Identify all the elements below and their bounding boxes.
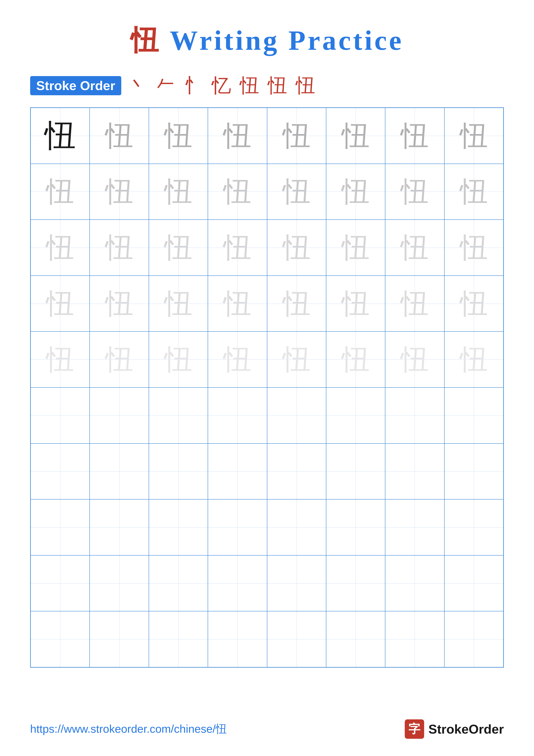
grid-cell[interactable]: 忸 [149, 164, 208, 220]
footer-url[interactable]: https://www.strokeorder.com/chinese/忸 [30, 721, 227, 737]
grid-cell[interactable]: 忸 [445, 332, 503, 388]
practice-cell[interactable] [326, 388, 385, 444]
grid-cell[interactable]: 忸 [89, 164, 149, 220]
title-char: 忸 [131, 25, 161, 56]
practice-cell[interactable] [385, 611, 444, 667]
grid-cell[interactable]: 忸 [326, 332, 385, 388]
practice-cell[interactable] [445, 444, 503, 500]
grid-cell[interactable]: 忸 [326, 108, 385, 164]
practice-cell[interactable] [208, 444, 267, 500]
reference-char: 忸 [45, 120, 76, 151]
grid-cell[interactable]: 忸 [385, 108, 444, 164]
practice-cell[interactable] [385, 499, 444, 555]
grid-cell[interactable]: 忸 [208, 332, 267, 388]
grid-cell[interactable]: 忸 [385, 332, 444, 388]
footer: https://www.strokeorder.com/chinese/忸 字 … [0, 719, 534, 739]
practice-cell[interactable] [149, 388, 208, 444]
stroke-1: 丶 [128, 72, 151, 99]
grid-cell[interactable]: 忸 [445, 220, 503, 276]
grid-cell[interactable]: 忸 [326, 164, 385, 220]
practice-cell[interactable] [267, 388, 326, 444]
practice-cell[interactable] [89, 611, 149, 667]
footer-brand: 字 StrokeOrder [405, 719, 504, 739]
grid-cell[interactable]: 忸 [31, 164, 89, 220]
practice-cell[interactable] [326, 611, 385, 667]
practice-cell[interactable] [445, 499, 503, 555]
grid-cell[interactable]: 忸 [326, 220, 385, 276]
grid-cell[interactable]: 忸 [267, 164, 326, 220]
stroke-7: 忸 [296, 72, 319, 99]
grid-cell[interactable]: 忸 [385, 276, 444, 332]
practice-cell[interactable] [326, 499, 385, 555]
practice-cell[interactable] [208, 611, 267, 667]
practice-cell[interactable] [385, 555, 444, 611]
grid-cell[interactable]: 忸 [89, 108, 149, 164]
practice-cell[interactable] [31, 388, 89, 444]
grid-cell[interactable]: 忸 [385, 220, 444, 276]
grid-cell[interactable]: 忸 [267, 332, 326, 388]
practice-cell[interactable] [385, 388, 444, 444]
practice-cell[interactable] [208, 499, 267, 555]
practice-cell[interactable] [267, 611, 326, 667]
cell-reference[interactable]: 忸 [31, 108, 89, 164]
grid-cell[interactable]: 忸 [445, 164, 503, 220]
page-title: 忸 Writing Practice [0, 0, 534, 60]
grid-cell[interactable]: 忸 [208, 108, 267, 164]
practice-cell[interactable] [267, 444, 326, 500]
grid-cell[interactable]: 忸 [31, 276, 89, 332]
grid-cell[interactable]: 忸 [149, 276, 208, 332]
practice-cell[interactable] [31, 611, 89, 667]
grid-cell[interactable]: 忸 [149, 108, 208, 164]
grid-cell[interactable]: 忸 [149, 220, 208, 276]
grid-cell[interactable]: 忸 [267, 108, 326, 164]
practice-cell[interactable] [385, 444, 444, 500]
brand-icon: 字 [405, 719, 424, 739]
grid-cell[interactable]: 忸 [89, 332, 149, 388]
brand-name: StrokeOrder [428, 722, 504, 737]
grid-cell[interactable]: 忸 [326, 276, 385, 332]
practice-cell[interactable] [89, 444, 149, 500]
grid-cell[interactable]: 忸 [208, 276, 267, 332]
stroke-4: 忆 [212, 72, 236, 99]
grid-cell[interactable]: 忸 [31, 332, 89, 388]
practice-cell[interactable] [31, 555, 89, 611]
practice-cell[interactable] [89, 388, 149, 444]
grid-cell[interactable]: 忸 [149, 332, 208, 388]
practice-cell[interactable] [149, 555, 208, 611]
grid-cell[interactable]: 忸 [31, 220, 89, 276]
stroke-order-chars: 丶 𠂉 忄 忆 忸 忸 忸 [128, 72, 319, 99]
practice-cell[interactable] [445, 388, 503, 444]
stroke-order-section: Stroke Order 丶 𠂉 忄 忆 忸 忸 忸 [30, 72, 504, 99]
grid-cell[interactable]: 忸 [445, 108, 503, 164]
practice-cell[interactable] [149, 611, 208, 667]
grid-cell[interactable]: 忸 [89, 276, 149, 332]
practice-cell[interactable] [149, 444, 208, 500]
grid-cell[interactable]: 忸 [208, 164, 267, 220]
practice-cell[interactable] [31, 499, 89, 555]
stroke-6: 忸 [268, 72, 292, 99]
stroke-2: 𠂉 [156, 74, 179, 97]
grid-cell[interactable]: 忸 [267, 220, 326, 276]
practice-cell[interactable] [31, 444, 89, 500]
practice-cell[interactable] [326, 555, 385, 611]
practice-cell[interactable] [208, 555, 267, 611]
grid-cell[interactable]: 忸 [445, 276, 503, 332]
stroke-5: 忸 [240, 72, 264, 99]
practice-cell[interactable] [445, 611, 503, 667]
grid-cell[interactable]: 忸 [385, 164, 444, 220]
practice-cell[interactable] [326, 444, 385, 500]
practice-cell[interactable] [208, 388, 267, 444]
practice-cell[interactable] [267, 499, 326, 555]
grid-cell[interactable]: 忸 [89, 220, 149, 276]
grid-cell[interactable]: 忸 [208, 220, 267, 276]
grid-cell[interactable]: 忸 [267, 276, 326, 332]
practice-grid: 忸 忸 忸 忸 忸 忸 忸 忸 忸 忸 忸 忸 忸 忸 忸 忸 忸 忸 忸 忸 … [30, 107, 504, 668]
practice-cell[interactable] [89, 555, 149, 611]
practice-cell[interactable] [89, 499, 149, 555]
stroke-3: 忄 [184, 72, 207, 99]
practice-cell[interactable] [267, 555, 326, 611]
stroke-order-label: Stroke Order [30, 76, 121, 95]
practice-cell[interactable] [149, 499, 208, 555]
practice-cell[interactable] [445, 555, 503, 611]
title-text: Writing Practice [161, 25, 404, 56]
